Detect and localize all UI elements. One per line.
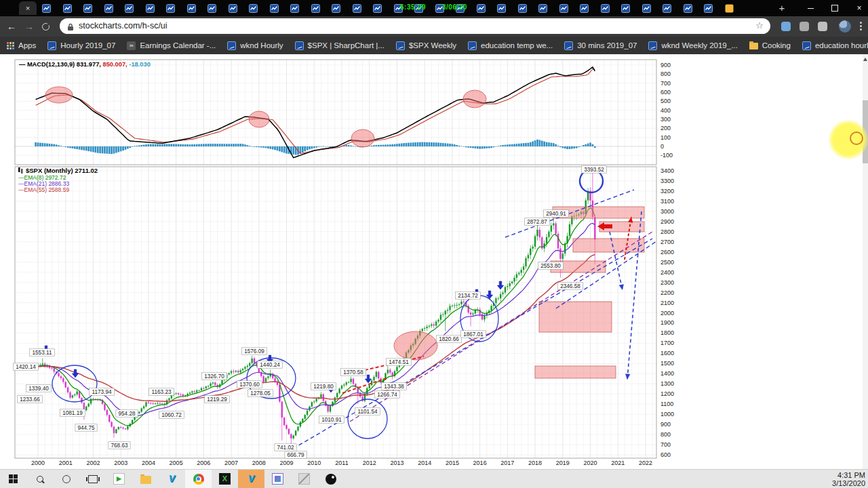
taskbar-chrome-icon[interactable] — [185, 470, 212, 488]
taskbar-app-sketch-icon[interactable] — [291, 470, 317, 488]
browser-menu-icon[interactable] — [860, 22, 862, 31]
browser-tab[interactable] — [353, 3, 361, 12]
window-close-button[interactable]: × — [848, 0, 868, 16]
svg-text:2001: 2001 — [59, 460, 73, 466]
svg-text:2008: 2008 — [252, 460, 266, 466]
taskbar-file-explorer-icon[interactable] — [132, 470, 159, 488]
bookmark-item[interactable]: $SPX | SharpChart |... — [295, 41, 384, 50]
browser-tab[interactable] — [290, 3, 299, 12]
extension-icon[interactable] — [800, 22, 809, 31]
browser-tab[interactable] — [477, 3, 486, 12]
taskbar-start-icon[interactable] — [0, 470, 26, 488]
bookmark-item[interactable]: $SPX Weekly — [396, 41, 456, 50]
browser-tab[interactable] — [601, 3, 610, 12]
svg-text:600: 600 — [660, 451, 671, 458]
window-minimize-button[interactable] — [799, 0, 822, 16]
svg-text:3300: 3300 — [660, 178, 674, 184]
browser-tab[interactable] — [249, 3, 258, 12]
browser-tab[interactable] — [642, 3, 651, 12]
browser-tab[interactable] — [42, 3, 51, 12]
site-favicon-icon: in — [127, 41, 136, 50]
browser-tab[interactable] — [208, 3, 216, 12]
svg-text:1900: 1900 — [660, 319, 674, 326]
taskbar-app-x-dark-icon[interactable]: X — [212, 470, 238, 488]
new-tab-button[interactable]: + — [774, 1, 789, 16]
bookmark-label: 30 mins 2019_07 — [577, 41, 637, 49]
taskbar-task-view-icon[interactable] — [79, 470, 106, 488]
bookmark-item[interactable]: inEarnings Calendar -... — [127, 41, 216, 50]
browser-tab[interactable] — [270, 3, 279, 12]
forward-icon[interactable]: → — [22, 19, 37, 34]
taskbar-search-icon[interactable] — [26, 470, 53, 488]
svg-text:900: 900 — [660, 421, 671, 428]
scrollbar-up-arrow-icon[interactable] — [863, 58, 867, 61]
browser-tab[interactable] — [229, 3, 237, 12]
browser-tab[interactable] — [63, 3, 72, 12]
browser-tab[interactable] — [104, 3, 113, 12]
bookmark-item[interactable]: 30 mins 2019_07 — [564, 41, 637, 50]
bookmark-item[interactable]: Hourly 2019_07 — [47, 41, 115, 50]
svg-text:1600: 1600 — [660, 350, 674, 357]
svg-text:2900: 2900 — [660, 218, 674, 225]
svg-text:2020: 2020 — [584, 460, 597, 466]
browser-tab-strip: × 6:35:093/06/20 + × — [0, 0, 868, 16]
browser-tab[interactable] — [684, 3, 692, 12]
taskbar-media-player-icon[interactable]: ▶ — [106, 470, 132, 488]
browser-tab[interactable] — [187, 3, 196, 12]
svg-text:2004: 2004 — [142, 460, 155, 466]
svg-text:2800: 2800 — [660, 228, 674, 235]
browser-tab[interactable] — [166, 3, 175, 12]
profile-avatar[interactable] — [839, 20, 851, 33]
svg-text:2015: 2015 — [446, 460, 459, 466]
sharpchart-canvas[interactable]: 6007008009001000110012001300140015001600… — [0, 54, 780, 469]
browser-tab[interactable] — [311, 3, 320, 12]
taskbar-app-v-alert-icon[interactable]: V — [238, 470, 264, 488]
address-bar[interactable]: stockcharts.com/h-sc/ui ☆ — [60, 18, 770, 34]
svg-text:0: 0 — [660, 143, 664, 150]
svg-text:2018: 2018 — [528, 460, 542, 466]
browser-tab[interactable] — [518, 3, 527, 12]
taskbar-clock[interactable]: 4:31 PM 3/13/2020 — [811, 471, 865, 487]
browser-tab[interactable] — [146, 3, 155, 12]
taskbar-app-v-icon[interactable]: V — [159, 470, 185, 488]
browser-tab[interactable] — [559, 3, 568, 12]
apps-shortcut[interactable]: Apps — [7, 41, 36, 49]
svg-text:2346.58: 2346.58 — [560, 283, 580, 289]
svg-text:2700: 2700 — [660, 239, 674, 245]
browser-tab[interactable] — [125, 3, 134, 12]
browser-tab[interactable] — [704, 3, 713, 12]
browser-tab[interactable] — [663, 3, 671, 12]
bookmark-item[interactable]: education hourly — [802, 41, 868, 50]
bookmark-item[interactable]: wknd Hourly — [227, 41, 283, 50]
taskbar-cortana-icon[interactable] — [53, 470, 79, 488]
browser-tab[interactable] — [621, 3, 630, 12]
browser-tab[interactable] — [373, 3, 382, 12]
svg-text:1233.66: 1233.66 — [20, 396, 40, 403]
active-tab-close-icon[interactable]: × — [19, 1, 37, 15]
browser-tab[interactable] — [332, 3, 340, 12]
bookmark-item[interactable]: wknd Weekly 2019_... — [648, 41, 737, 50]
extension-icon[interactable] — [781, 22, 791, 31]
svg-text:2019: 2019 — [556, 460, 570, 466]
svg-text:1266.74: 1266.74 — [377, 392, 397, 398]
browser-tab[interactable] — [538, 3, 547, 12]
browser-tab[interactable] — [83, 3, 92, 12]
back-icon[interactable]: ← — [4, 19, 19, 34]
taskbar-app-window-purple-icon[interactable] — [264, 470, 291, 488]
svg-text:1163.23: 1163.23 — [152, 389, 172, 395]
clock-time: 4:31 PM — [811, 471, 865, 479]
bookmark-item[interactable]: education temp we... — [468, 41, 553, 50]
url-text[interactable]: stockcharts.com/h-sc/ui — [79, 21, 167, 30]
extension-icon[interactable] — [818, 22, 827, 31]
svg-text:741.02: 741.02 — [277, 445, 294, 451]
browser-tab[interactable] — [497, 3, 506, 12]
bookmark-item[interactable]: Cooking — [749, 41, 791, 50]
taskbar-obs-icon[interactable] — [317, 470, 344, 488]
window-maximize-button[interactable] — [823, 0, 846, 16]
browser-tab[interactable] — [725, 3, 734, 12]
bookmark-star-icon[interactable]: ☆ — [755, 20, 764, 30]
browser-tab[interactable] — [580, 3, 589, 12]
reload-icon[interactable] — [42, 23, 50, 30]
svg-text:944.75: 944.75 — [77, 425, 94, 431]
svg-text:400: 400 — [660, 107, 671, 114]
